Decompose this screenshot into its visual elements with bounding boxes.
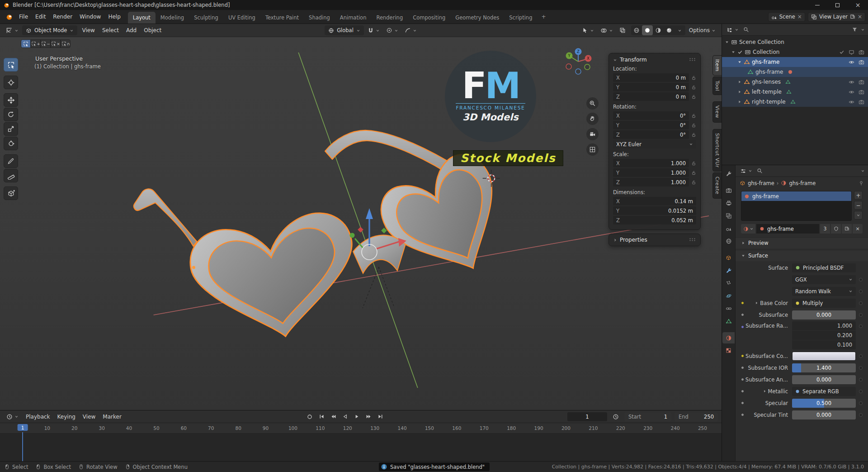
base-color-node-button[interactable]: Multiply [792, 299, 856, 308]
outliner-row-right-temple[interactable]: right-temple [722, 97, 868, 107]
rotation-field[interactable]: X0° [613, 111, 689, 120]
material-users-button[interactable]: 3 [820, 224, 830, 234]
search-icon[interactable] [743, 27, 749, 33]
prev-keyframe-button[interactable] [328, 412, 339, 421]
tool-scale[interactable] [4, 122, 18, 136]
select-mode-subtract-button[interactable]: − [41, 39, 51, 48]
sidebar-tab[interactable]: Shortcut VUr [712, 129, 722, 172]
tool-move[interactable] [4, 93, 18, 107]
panel-grip[interactable] [689, 238, 696, 242]
camera-restrict-icon[interactable] [859, 99, 864, 105]
overlays-button[interactable] [598, 25, 616, 35]
menu-item[interactable]: Render [49, 12, 76, 22]
sidebar-tab[interactable]: View [712, 101, 722, 122]
outliner-row-ghs-lenses[interactable]: ghs-lenses [722, 77, 868, 87]
tool-transform[interactable] [4, 137, 18, 150]
current-frame-badge[interactable]: 1 [18, 424, 28, 431]
timeline-ruler[interactable]: 1102030405060708090100110120130140150160… [0, 423, 722, 434]
breadcrumb-material[interactable]: ghs-frame [789, 180, 816, 186]
view-layer-selector[interactable]: View Layer × [808, 12, 865, 22]
tab-texture[interactable] [722, 345, 735, 356]
tab-world[interactable] [722, 235, 735, 247]
select-mode-invert-button[interactable]: × [51, 39, 61, 48]
hide-viewport-icon[interactable] [849, 89, 854, 95]
outliner-row-left-temple[interactable]: left-temple [722, 87, 868, 97]
jump-to-start-button[interactable] [316, 412, 327, 421]
radius-x-field[interactable]: 1.000 [792, 321, 856, 330]
frame-start-field[interactable]: Start 1 [624, 412, 671, 421]
tab-object-data[interactable] [722, 315, 735, 327]
filter-icon[interactable] [852, 27, 858, 33]
viewport-menu-item[interactable]: Select [99, 25, 123, 35]
viewport-menu-item[interactable]: Object [140, 25, 165, 35]
camera-restrict-icon[interactable] [859, 79, 864, 85]
preview-panel-header[interactable]: Preview [736, 237, 868, 248]
timeline-menu-item[interactable]: Playback [22, 412, 54, 422]
scene-selector[interactable]: Scene × [768, 12, 805, 22]
add-slot-button[interactable]: + [854, 191, 863, 200]
hide-viewport-icon[interactable] [849, 79, 854, 85]
search-icon[interactable] [757, 168, 763, 174]
tool-add-cube[interactable] [4, 186, 18, 200]
shading-options-button[interactable] [675, 25, 685, 35]
dimensions-field[interactable]: X0.14 m [613, 197, 696, 205]
play-button[interactable] [351, 412, 362, 421]
expand-icon[interactable] [755, 301, 759, 305]
specular-slider[interactable]: 0.500 [792, 399, 856, 408]
breadcrumb-object[interactable]: ghs-frame [748, 180, 774, 186]
workspace-tab[interactable]: Scripting [504, 12, 537, 24]
unlink-scene-icon[interactable]: × [797, 14, 802, 20]
tab-tool[interactable] [722, 168, 735, 179]
workspace-tab[interactable]: Rendering [371, 12, 408, 24]
panel-grip[interactable] [689, 58, 696, 62]
sidebar-tab[interactable]: Item [712, 55, 722, 76]
menu-item[interactable]: Window [76, 12, 104, 22]
dimensions-field[interactable]: Z0.052 m [613, 216, 696, 224]
shading-rendered-button[interactable] [664, 25, 675, 35]
disclosure-triangle-icon[interactable] [737, 100, 742, 104]
camera-view-button[interactable] [586, 128, 599, 140]
close-button[interactable]: × [848, 0, 868, 10]
sidebar-tab[interactable]: Create [712, 172, 722, 199]
tool-annotate[interactable] [4, 154, 18, 168]
playhead-line[interactable] [22, 432, 23, 461]
zoom-button[interactable] [586, 97, 599, 110]
copy-icon[interactable] [850, 14, 855, 19]
surface-shader-button[interactable]: Principled BSDF [792, 263, 856, 272]
workspace-tab[interactable]: Texture Paint [260, 12, 304, 24]
transform-panel-header[interactable]: Transform [613, 57, 696, 63]
material-slot[interactable]: ghs-frame [741, 191, 851, 201]
jump-to-end-button[interactable] [375, 412, 386, 421]
unlink-material-button[interactable]: × [853, 224, 863, 234]
lock-icon[interactable] [691, 94, 696, 99]
tab-object[interactable] [722, 252, 735, 263]
location-field[interactable]: Y0 m [613, 83, 689, 91]
disclosure-triangle-icon[interactable] [737, 90, 742, 94]
viewport-menu-item[interactable]: View [78, 25, 98, 35]
add-workspace-button[interactable]: + [537, 14, 550, 20]
fake-user-button[interactable] [831, 224, 841, 234]
tool-box-select[interactable] [4, 58, 18, 72]
browse-material-button[interactable] [741, 224, 755, 234]
play-reverse-button[interactable] [340, 412, 350, 421]
workspace-tab[interactable]: UV Editing [223, 12, 260, 24]
checkbox-icon[interactable] [737, 49, 743, 55]
lock-icon[interactable] [691, 132, 696, 137]
auto-keying-button[interactable] [304, 412, 315, 421]
timeline-editor-type-button[interactable] [4, 412, 21, 422]
orientation-dropdown[interactable]: Global [325, 25, 364, 35]
workspace-tab[interactable]: Sculpting [189, 12, 223, 24]
tab-constraints[interactable] [722, 303, 735, 314]
disclosure-triangle-icon[interactable] [737, 60, 742, 64]
tab-output[interactable] [722, 197, 735, 209]
current-frame-field[interactable]: 1 [567, 412, 607, 421]
subsurface-method-dropdown[interactable]: Random Walk [792, 287, 856, 296]
viewport-canvas[interactable]: User Perspective (1) Collection | ghs-fr… [0, 37, 722, 410]
sidebar-tab[interactable]: Tool [712, 76, 722, 95]
radius-y-field[interactable]: 0.200 [792, 331, 856, 340]
tab-scene[interactable] [722, 223, 735, 234]
rotation-field[interactable]: Y0° [613, 121, 689, 129]
tab-material[interactable] [722, 332, 735, 343]
remove-slot-button[interactable]: − [854, 201, 863, 210]
falloff-button[interactable] [402, 25, 420, 35]
